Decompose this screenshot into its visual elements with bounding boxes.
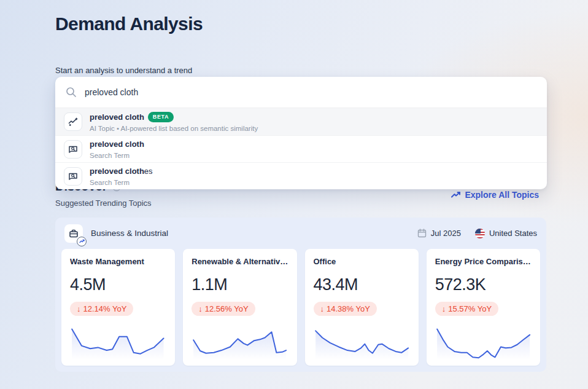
suggestion-search-term-2[interactable]: preloved clothes Search Term [55,162,547,189]
trending-cards-row: Waste Management 4.5M ↓ 12.14% YoY Renew… [55,249,546,366]
topic-value: 1.1M [191,275,288,294]
search-icon [66,87,77,98]
yoy-change-text: 12.56% YoY [205,304,249,313]
suggestion-title: preloved clothBETA [90,112,174,122]
topic-value: 4.5M [70,275,166,294]
topic-title: Office [314,257,410,266]
topic-value: 43.4M [314,275,410,294]
search-term-icon [64,167,82,186]
search-input-row [55,77,547,108]
yoy-change-badge: ↓ 15.57% YoY [435,302,498,316]
ai-trend-icon [64,112,82,131]
calendar-icon [417,229,427,238]
topic-card-energy-price[interactable]: Energy Price Comparis… 572.3K ↓ 15.57% Y… [427,249,540,366]
down-arrow-icon: ↓ [198,304,203,313]
trending-header: Business & Industrial Jul 2025 United St… [55,218,546,249]
explore-all-topics-label: Explore All Topics [465,190,539,200]
suggestion-text: preloved clothes Search Term [90,165,153,187]
beta-badge: BETA [148,112,174,122]
search-panel: preloved clothBETA AI Topic • AI-powered… [55,77,547,189]
yoy-change-badge: ↓ 14.38% YoY [314,302,377,316]
yoy-change-text: 14.38% YoY [327,304,370,313]
search-input[interactable] [85,87,536,97]
sparkline-chart [70,325,166,360]
topic-card-waste-management[interactable]: Waste Management 4.5M ↓ 12.14% YoY [61,249,175,366]
period-label[interactable]: Jul 2025 [431,229,461,238]
topic-title: Energy Price Comparis… [435,257,532,266]
trending-up-icon [451,191,461,198]
sparkline-chart [191,325,288,360]
suggestion-subtitle: Search Term [90,151,144,160]
down-arrow-icon: ↓ [77,304,81,313]
briefcase-icon [69,229,79,238]
topic-title: Renewable & Alternativ… [191,257,288,266]
down-arrow-icon: ↓ [320,304,325,313]
topic-title: Waste Management [70,257,166,266]
yoy-change-text: 12.14% YoY [83,304,127,313]
suggestion-text: preloved clothBETA AI Topic • AI-powered… [90,111,258,133]
search-term-icon [64,140,82,159]
demand-analysis-page: Demand Analysis Start an analysis to und… [0,0,588,389]
yoy-change-text: 15.57% YoY [448,304,492,313]
sparkline-chart [314,325,410,360]
category-icon [64,224,83,243]
search-section-label: Start an analysis to understand a trend [55,66,192,75]
topic-value: 572.3K [435,275,532,294]
region-label[interactable]: United States [489,229,537,238]
down-arrow-icon: ↓ [442,304,446,313]
suggestion-title: preloved clothes [90,167,153,176]
suggestion-ai-topic[interactable]: preloved clothBETA AI Topic • AI-powered… [55,108,547,135]
yoy-change-badge: ↓ 12.56% YoY [191,302,255,316]
suggestion-text: preloved cloth Search Term [90,138,144,160]
sparkline-chart [435,325,532,360]
discover-subheading: Suggested Trending Topics [55,198,152,208]
trending-meta: Jul 2025 United States [417,229,537,238]
us-flag-icon [475,229,485,238]
suggestion-search-term-1[interactable]: preloved cloth Search Term [55,135,547,162]
suggestion-subtitle: AI Topic • AI-powered list based on sema… [90,124,258,133]
suggestion-title: preloved cloth [90,139,144,149]
topic-card-office[interactable]: Office 43.4M ↓ 14.38% YoY [305,249,419,366]
category-label: Business & Industrial [91,229,168,238]
suggestion-subtitle: Search Term [90,178,153,187]
page-title: Demand Analysis [55,14,203,34]
trend-badge-icon [77,237,87,246]
trending-topics-panel: Business & Industrial Jul 2025 United St… [55,218,546,372]
yoy-change-badge: ↓ 12.14% YoY [70,302,133,316]
topic-card-renewable[interactable]: Renewable & Alternativ… 1.1M ↓ 12.56% Yo… [183,249,296,366]
explore-all-topics-link[interactable]: Explore All Topics [451,190,539,200]
